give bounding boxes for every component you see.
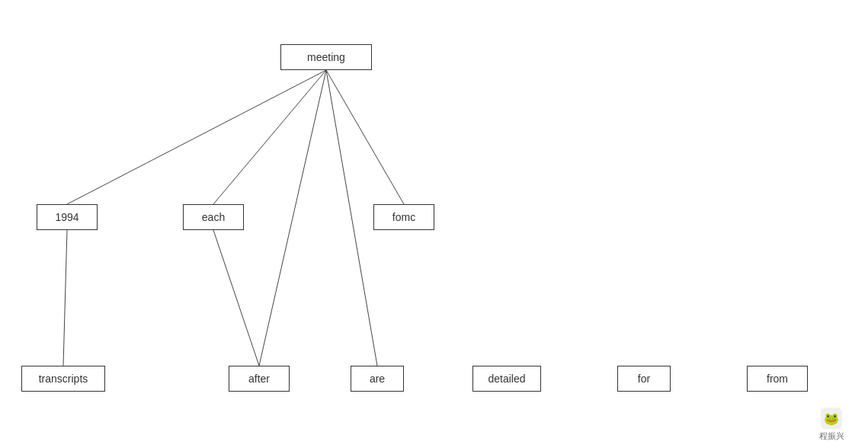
graph-container: meeting1994eachfomctranscriptsafterarede… xyxy=(0,0,868,448)
svg-line-5 xyxy=(63,230,67,366)
node-meeting: meeting xyxy=(280,44,372,70)
svg-line-0 xyxy=(67,70,326,204)
node-from: from xyxy=(747,366,808,392)
node-detailed: detailed xyxy=(472,366,541,392)
svg-line-4 xyxy=(326,70,377,366)
svg-line-3 xyxy=(259,70,326,366)
node-transcripts: transcripts xyxy=(21,366,105,392)
svg-line-1 xyxy=(213,70,326,204)
node-are: are xyxy=(351,366,404,392)
node-for: for xyxy=(617,366,671,392)
node-each: each xyxy=(183,204,244,230)
svg-line-2 xyxy=(326,70,404,204)
node-after: after xyxy=(229,366,290,392)
node-n1994: 1994 xyxy=(37,204,98,230)
svg-line-6 xyxy=(213,230,259,366)
node-fomc: fomc xyxy=(373,204,434,230)
watermark: 🐸程振兴 xyxy=(801,408,862,442)
